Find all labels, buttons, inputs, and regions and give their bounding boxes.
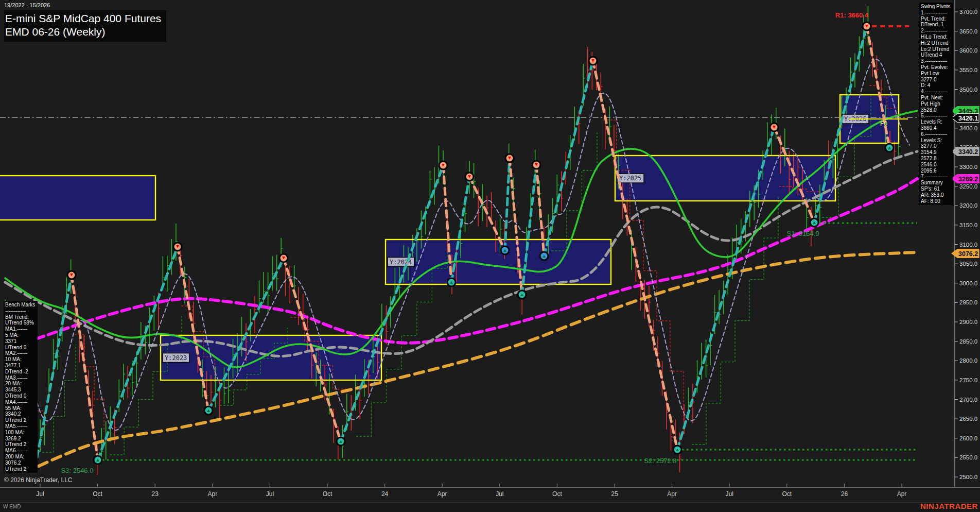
y-tick-label: 3300.0: [959, 164, 977, 170]
panel-line: MA5.------: [5, 423, 38, 430]
panel-line: 3371: [5, 338, 38, 345]
panel-line: Levels S:: [921, 138, 953, 144]
y-tick-label: 3200.0: [959, 202, 977, 209]
pivot-marker: [93, 455, 103, 465]
annotation-r1: R1: 3660.4: [835, 11, 869, 19]
svg-text:3269.2: 3269.2: [958, 176, 978, 183]
pivot-marker: [279, 253, 289, 263]
pivot-marker: [517, 290, 527, 300]
panel-line: D: 4: [921, 82, 953, 89]
price-tag: 3426.1: [952, 114, 979, 123]
y-tick-label: 2900.0: [959, 319, 977, 325]
chart-window: Y:2023Y:2024Y:2025Y:2026R1: 3660.4S1: 31…: [0, 0, 980, 512]
panel-line: DTrend -1: [921, 22, 953, 28]
panel-line: 3269.2: [5, 436, 38, 442]
annotation-s1: S1: 3154.9: [787, 230, 819, 237]
pivot-marker: [67, 270, 77, 280]
price-tag: 3340.2: [952, 147, 979, 156]
y-tick-label: 3400.0: [959, 125, 977, 131]
x-tick-label: Jul: [36, 490, 44, 498]
svg-text:3426.1: 3426.1: [958, 115, 978, 122]
panel-line: ------------: [5, 308, 38, 314]
x-tick-label: Oct: [93, 490, 102, 498]
panel-line: Summary: [921, 180, 953, 186]
tab-strip: [0, 502, 980, 512]
panel-line: Bench Marks: [5, 302, 38, 308]
y-tick-label: 2650.0: [959, 416, 977, 422]
y-tick-label: 3600.0: [959, 47, 977, 54]
date-range-label: 19/2022 - 15/2026: [4, 2, 50, 8]
pivot-marker: [465, 172, 475, 182]
y-tick-label: 2950.0: [959, 299, 977, 305]
panel-line: Lo:2 UTrend: [921, 46, 953, 53]
y-tick-label: 2850.0: [959, 338, 977, 345]
panel-line: BM Trend:: [5, 314, 38, 320]
panel-line: UTrend 4: [921, 52, 953, 58]
panel-line: Pvt Low: [921, 71, 953, 77]
panel-line: MA1.------: [5, 326, 38, 332]
panel-line: Levels R:: [921, 119, 953, 125]
panel-line: AR: 353.0: [921, 192, 953, 198]
panel-line: 3445.3: [5, 387, 38, 393]
y-tick-label: 3150.0: [959, 222, 977, 228]
panel-line: MA3.------: [5, 375, 38, 381]
chart-canvas[interactable]: Y:2023Y:2024Y:2025Y:2026R1: 3660.4S1: 31…: [0, 0, 980, 512]
panel-line: 10 MA:: [5, 356, 38, 363]
tab-w-emd[interactable]: W EMD: [3, 504, 21, 509]
annotation-s3: S3: 2546.0: [61, 467, 94, 474]
x-tick-label: Apr: [667, 490, 677, 498]
panel-line: 4.-------------: [921, 89, 953, 95]
y-tick-label: 2500.0: [959, 474, 977, 480]
x-tick-label: 24: [381, 490, 389, 498]
x-tick-label: 25: [611, 490, 618, 498]
y-tick-label: 2750.0: [959, 377, 977, 383]
pivot-marker: [439, 161, 448, 170]
panel-line: Pvt High: [921, 101, 953, 107]
panel-line: 3076.2: [5, 460, 38, 466]
panel-line: DTrend -2: [5, 369, 38, 375]
x-tick-label: Oct: [323, 490, 332, 498]
y-tick-label: 3250.0: [959, 183, 977, 190]
panel-line: 3660.4: [921, 125, 953, 131]
ninjatrader-logo: NINJATRADER: [920, 502, 978, 510]
price-tag: 3269.2: [952, 175, 979, 183]
panel-line: DTrend 0: [5, 393, 38, 399]
x-tick-label: Jul: [266, 490, 274, 498]
annotation-f0: F0: [880, 120, 887, 127]
y-tick-label: 3500.0: [959, 87, 977, 93]
price-tag: 3076.2: [952, 249, 979, 258]
panel-line: 2.-------------: [921, 28, 953, 34]
x-tick-label: 26: [841, 490, 848, 498]
y-tick-label: 2800.0: [959, 357, 977, 364]
x-tick-label: Oct: [552, 490, 562, 498]
panel-line: 3277.0: [921, 77, 953, 83]
panel-line: 2572.8: [921, 156, 953, 162]
pivot-marker: [532, 160, 541, 170]
panel-line: Pvt. Trend:: [921, 16, 953, 22]
panel-line: AF: 8.00: [921, 198, 953, 204]
pivot-marker: [336, 437, 346, 447]
panel-line: 3277.0: [921, 143, 953, 149]
x-tick-label: Apr: [897, 490, 907, 498]
year-label-text: Y:2023: [165, 354, 187, 362]
title-line-2: EMD 06-26 (Weekly): [5, 25, 161, 39]
panel-line: 3477.1: [5, 363, 38, 369]
panel-line: Swing Pivots: [921, 4, 953, 10]
y-tick-label: 3650.0: [959, 28, 977, 35]
panel-line: MA2.------: [5, 350, 38, 356]
panel-line: MA4.------: [5, 399, 38, 405]
bench-marks-panel: Bench Marks------------BM Trend:UTrend 5…: [4, 301, 38, 473]
panel-line: UTrend 2: [5, 417, 38, 423]
panel-line: 1.-------------: [921, 10, 953, 16]
pivot-marker: [447, 278, 457, 287]
panel-line: 7.-------------: [921, 174, 953, 180]
pivot-marker: [769, 123, 779, 132]
pivot-marker: [505, 153, 515, 163]
pivot-marker: [173, 242, 183, 252]
y-tick-label: 2600.0: [959, 435, 977, 441]
x-tick-label: Jul: [726, 490, 733, 498]
panel-line: 2546.0: [921, 162, 953, 168]
pivot-marker: [673, 445, 682, 455]
panel-line: 3154.9: [921, 149, 953, 156]
y-tick-label: 3550.0: [959, 67, 977, 73]
